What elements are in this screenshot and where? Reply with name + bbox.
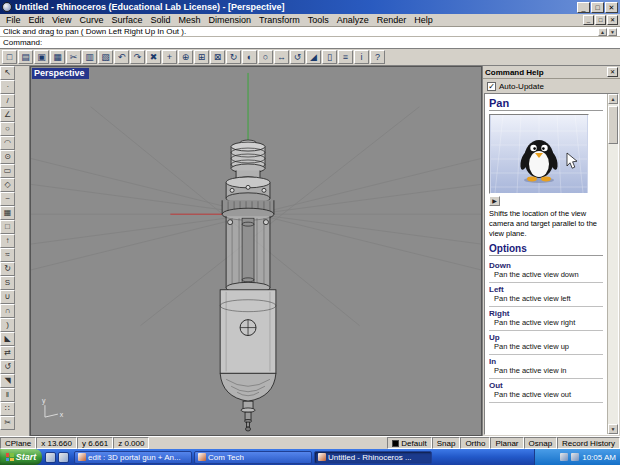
help-icon[interactable]: ? [370,50,385,64]
model-portal-gun-cylinder[interactable] [220,140,276,431]
menu-item[interactable]: Curve [75,15,107,25]
menu-item[interactable]: Render [373,15,411,25]
surface-icon[interactable]: ▦ [0,206,15,220]
line-icon[interactable]: / [0,94,15,108]
tray-icon[interactable] [571,453,579,461]
menu-item[interactable]: Edit [25,15,49,25]
help-option-link[interactable]: Down [489,261,603,270]
menu-item[interactable]: Dimension [204,15,255,25]
loft-icon[interactable]: ≈ [0,248,15,262]
zoom-extents-icon[interactable]: ⊠ [210,50,225,64]
redo-icon[interactable]: ↷ [130,50,145,64]
arc-icon[interactable]: ◠ [0,136,15,150]
fillet-icon[interactable]: ) [0,318,15,332]
taskbar-task[interactable]: Com Tech [194,451,312,464]
help-scrollbar[interactable]: ▲ ▼ [607,94,618,434]
scale-icon[interactable]: ◥ [0,374,15,388]
status-toggle[interactable]: Planar [490,437,523,449]
move-object-icon[interactable]: ⇄ [0,346,15,360]
status-toggle[interactable]: Snap [432,437,461,449]
boolean-difference-icon[interactable]: ∩ [0,304,15,318]
undo-icon[interactable]: ↶ [114,50,129,64]
history-scroll-up-button[interactable]: ▲ [598,28,607,36]
boolean-union-icon[interactable]: ∪ [0,290,15,304]
help-option-link[interactable]: Out [489,381,603,390]
ellipse-icon[interactable]: ⊙ [0,150,15,164]
help-option-link[interactable]: In [489,357,603,366]
child-close-button[interactable]: ✕ [607,15,618,25]
copy-icon[interactable]: ▥ [82,50,97,64]
start-button[interactable]: Start [0,449,42,465]
scrollbar-track[interactable] [608,104,618,424]
auto-update-checkbox[interactable]: ✓ [487,82,496,91]
perspective-viewport[interactable]: Perspective [30,66,482,436]
zoom-window-icon[interactable]: ⊞ [194,50,209,64]
menu-item[interactable]: Mesh [174,15,204,25]
status-toggle[interactable]: Record History [557,437,620,449]
freeform-curve-icon[interactable]: ~ [0,192,15,206]
mirror-object-icon[interactable]: ‖ [0,388,15,402]
layers-icon[interactable]: ≡ [338,50,353,64]
sweep-icon[interactable]: S [0,276,15,290]
quick-launch-icon[interactable] [45,452,56,463]
delete-icon[interactable]: ✖ [146,50,161,64]
child-minimize-button[interactable]: _ [583,15,594,25]
history-scroll-down-button[interactable]: ▼ [608,28,617,36]
taskbar-task[interactable]: edit : 3D portal gun + An... [74,451,192,464]
play-icon[interactable]: ▶ [489,196,500,206]
scroll-up-icon[interactable]: ▲ [608,94,618,104]
menu-item[interactable]: Solid [146,15,174,25]
move-icon[interactable]: ↔ [274,50,289,64]
help-close-icon[interactable]: ✕ [607,67,618,77]
pan-view-icon[interactable]: + [162,50,177,64]
array-icon[interactable]: ∷ [0,402,15,416]
rotate-icon[interactable]: ↺ [0,360,15,374]
wireframe-view-icon[interactable]: ○ [258,50,273,64]
menu-item[interactable]: File [2,15,25,25]
minimize-button[interactable]: _ [577,2,590,13]
help-option-link[interactable]: Up [489,333,603,342]
viewport-canvas[interactable]: x y [31,67,481,435]
circle-icon[interactable]: ○ [0,122,15,136]
maximize-button[interactable]: □ [591,2,604,13]
menu-item[interactable]: Surface [107,15,146,25]
status-toggle[interactable]: Ortho [460,437,490,449]
print-icon[interactable]: ▦ [50,50,65,64]
open-file-icon[interactable]: ▤ [18,50,33,64]
mirror-icon[interactable]: ▯ [322,50,337,64]
scroll-down-icon[interactable]: ▼ [608,424,618,434]
close-button[interactable]: ✕ [605,2,618,13]
menu-item[interactable]: Help [410,15,437,25]
cut-icon[interactable]: ✂ [66,50,81,64]
zoom-dynamic-icon[interactable]: ⊕ [178,50,193,64]
properties-icon[interactable]: i [354,50,369,64]
rotate-object-icon[interactable]: ↺ [290,50,305,64]
chamfer-icon[interactable]: ◣ [0,332,15,346]
taskbar-task[interactable]: Untitled - Rhinoceros ... [314,451,432,464]
extrude-icon[interactable]: ↑ [0,234,15,248]
select-pointer-icon[interactable]: ↖ [0,66,15,80]
menu-item[interactable]: Transform [255,15,304,25]
rectangle-icon[interactable]: ▭ [0,164,15,178]
menu-item[interactable]: View [48,15,75,25]
command-input[interactable] [42,38,617,48]
tray-icon[interactable] [560,453,568,461]
menu-item[interactable]: Tools [304,15,333,25]
child-restore-button[interactable]: □ [595,15,606,25]
viewport-title[interactable]: Perspective [32,68,89,79]
save-icon[interactable]: ▣ [34,50,49,64]
polygon-icon[interactable]: ◇ [0,178,15,192]
point-icon[interactable]: ∙ [0,80,15,94]
paste-icon[interactable]: ▧ [98,50,113,64]
status-layer-pane[interactable]: Default [387,437,431,449]
trim-icon[interactable]: ✂ [0,416,15,430]
help-option-link[interactable]: Left [489,285,603,294]
rotate-view-icon[interactable]: ↻ [226,50,241,64]
quick-launch-icon[interactable] [58,452,69,463]
new-file-icon[interactable]: □ [2,50,17,64]
menu-item[interactable]: Analyze [333,15,373,25]
scale-object-icon[interactable]: ◢ [306,50,321,64]
shade-view-icon[interactable]: ◐ [242,50,257,64]
status-toggle[interactable]: Osnap [524,437,558,449]
status-cplane-pane[interactable]: CPlane [0,437,36,449]
